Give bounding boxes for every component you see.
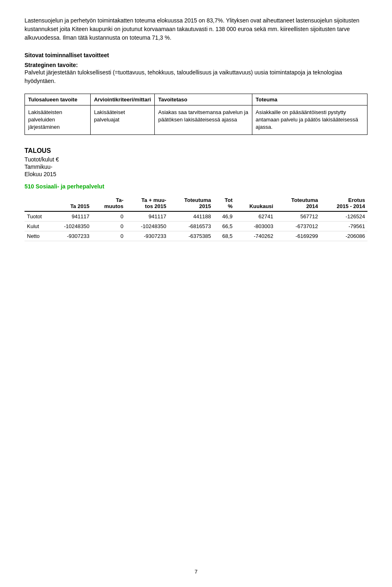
finance-header-row: Ta 2015 Ta-muutos Ta + muu-tos 2015 Tote… [24, 195, 368, 211]
finance-kulut-totpct: 66,5 [214, 221, 235, 231]
finance-netto-kuukausi: -740262 [235, 231, 276, 241]
finance-col-toteutuma2014: Toteutuma2014 [276, 195, 321, 211]
finance-netto-ta2015: -9307233 [49, 231, 92, 241]
finance-label-netto: Netto [24, 231, 49, 241]
goals-table: Tulosalueen tavoite Arviointikriteeri/mi… [24, 94, 368, 135]
finance-kulut-toteutuma2015: -6816573 [169, 221, 214, 231]
intro-text: Lastensuojelun ja perhetyön toimintakatt… [24, 17, 359, 41]
finance-netto-erotus: -206086 [321, 231, 368, 241]
goals-table-row: Lakisääteisten palveluiden järjestäminen… [25, 105, 368, 135]
strategic-text: Palvelut järjestetään tuloksellisesti (=… [24, 69, 342, 84]
finance-kulut-tamuutos: 0 [92, 221, 126, 231]
finance-col-toteutuma2015: Toteutuma2015 [169, 195, 214, 211]
intro-paragraph: Lastensuojelun ja perhetyön toimintakatt… [24, 16, 368, 42]
finance-kulut-toteutuma2014: -6737012 [276, 221, 321, 231]
talous-subtitle1: Tuotot/kulut € [24, 156, 368, 163]
finance-tuotot-tamuutos: 0 [92, 211, 126, 222]
finance-col-kuukausi: Kuukausi [235, 195, 276, 211]
finance-row-kulut: Kulut -10248350 0 -10248350 -6816573 66,… [24, 221, 368, 231]
finance-netto-tamuutos: 0 [92, 231, 126, 241]
finance-col-totpct: Tot% [214, 195, 235, 211]
finance-tuotot-erotus: -126524 [321, 211, 368, 222]
finance-tuotot-taplus: 941117 [126, 211, 169, 222]
goals-col-2-cell: Lakisääteiset palveluajat [91, 105, 155, 135]
finance-tuotot-toteutuma2014: 567712 [276, 211, 321, 222]
finance-label-kulut: Kulut [24, 221, 49, 231]
finance-col-ta2015: Ta 2015 [49, 195, 92, 211]
sitovat-heading: Sitovat toiminnalliset tavoitteet [24, 52, 368, 58]
section-510-label: 510 Sosiaali- ja perhepalvelut [24, 183, 368, 190]
finance-kulut-taplus: -10248350 [126, 221, 169, 231]
finance-col-taplus: Ta + muu-tos 2015 [126, 195, 169, 211]
goals-col-4-header: Toteuma [252, 94, 368, 105]
finance-netto-toteutuma2014: -6169299 [276, 231, 321, 241]
talous-subtitle3: Elokuu 2015 [24, 171, 368, 177]
goals-col-1-header: Tulosalueen tavoite [25, 94, 91, 105]
talous-heading: TALOUS [24, 147, 368, 155]
finance-tuotot-ta2015: 941117 [49, 211, 92, 222]
finance-kulut-ta2015: -10248350 [49, 221, 92, 231]
goals-col-3-header: Tavoitetaso [155, 94, 252, 105]
finance-kulut-kuukausi: -803003 [235, 221, 276, 231]
finance-col-erotus: Erotus2015 - 2014 [321, 195, 368, 211]
goals-col-1-cell: Lakisääteisten palveluiden järjestäminen [25, 105, 91, 135]
strategic-label: Strateginen tavoite: Palvelut järjestetä… [24, 62, 368, 85]
goals-col-3-cell: Asiakas saa tarvitsemansa palvelun ja pä… [155, 105, 252, 135]
finance-kulut-erotus: -79561 [321, 221, 368, 231]
finance-row-netto: Netto -9307233 0 -9307233 -6375385 68,5 … [24, 231, 368, 241]
page-number: 7 [194, 569, 197, 575]
talous-subtitle2: Tammikuu- [24, 164, 368, 170]
talous-section: TALOUS Tuotot/kulut € Tammikuu- Elokuu 2… [24, 147, 368, 190]
finance-col-tamuutos: Ta-muutos [92, 195, 126, 211]
finance-tuotot-totpct: 46,9 [214, 211, 235, 222]
goals-col-4-cell: Asiakkaille on pääsääntöisesti pystytty … [252, 105, 368, 135]
finance-table: Ta 2015 Ta-muutos Ta + muu-tos 2015 Tote… [24, 195, 368, 241]
goals-table-header-row: Tulosalueen tavoite Arviointikriteeri/mi… [25, 94, 368, 105]
finance-row-tuotot: Tuotot 941117 0 941117 441188 46,9 62741… [24, 211, 368, 222]
finance-netto-totpct: 68,5 [214, 231, 235, 241]
finance-tuotot-kuukausi: 62741 [235, 211, 276, 222]
goals-col-2-header: Arviointikriteeri/mittari [91, 94, 155, 105]
finance-tuotot-toteutuma2015: 441188 [169, 211, 214, 222]
finance-label-tuotot: Tuotot [24, 211, 49, 222]
finance-netto-taplus: -9307233 [126, 231, 169, 241]
finance-col-label [24, 195, 49, 211]
finance-netto-toteutuma2015: -6375385 [169, 231, 214, 241]
